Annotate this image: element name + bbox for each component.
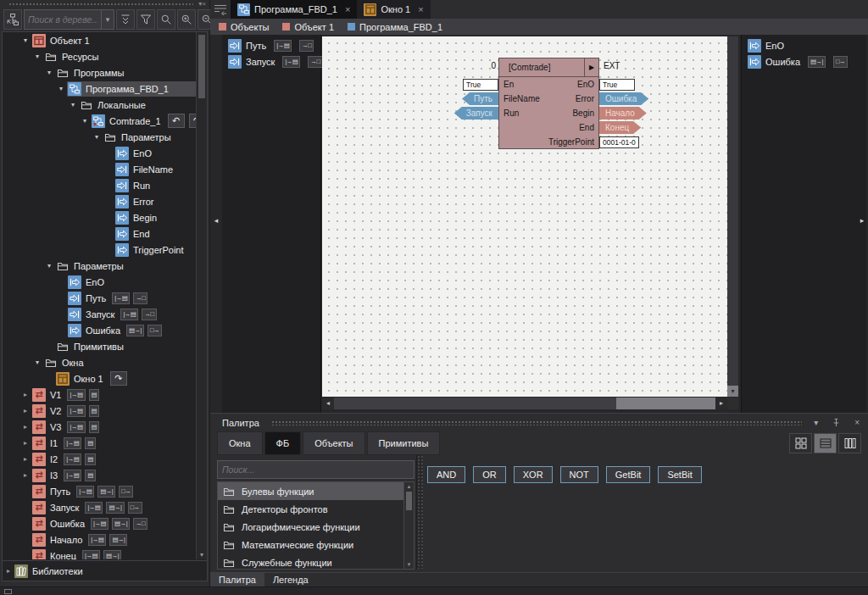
view-table-button[interactable] bbox=[814, 433, 837, 453]
link-tag[interactable]: Начало bbox=[599, 107, 647, 120]
binding-badge[interactable]: ▤→| bbox=[103, 550, 121, 560]
tree-item-content[interactable]: EnO bbox=[67, 275, 107, 290]
palette-close-icon[interactable]: × bbox=[854, 418, 860, 427]
palette-tab-Окна[interactable]: Окна bbox=[217, 431, 263, 455]
undo-button[interactable]: ↶ bbox=[168, 114, 185, 128]
binding-badge[interactable]: |→▤ bbox=[88, 534, 106, 546]
palette-tab-Примитивы[interactable]: Примитивы bbox=[367, 431, 441, 455]
binding-badge[interactable]: |→▤ bbox=[120, 309, 138, 320]
tree-item-content[interactable]: Примитивы bbox=[55, 339, 126, 354]
tree-item[interactable]: Run bbox=[3, 177, 196, 193]
tree-item[interactable]: ⇄Ошибка|→▤▤→|→□ bbox=[3, 515, 196, 531]
dock-item[interactable]: Ошибка▤→|□→ bbox=[742, 53, 866, 70]
tree-item-content[interactable]: ⇄I2 bbox=[31, 452, 60, 467]
scroll-right-icon[interactable]: ▸ bbox=[715, 398, 727, 409]
tree-item[interactable]: ▸⇄I3|→▤▤ bbox=[3, 467, 196, 483]
binding-badge[interactable]: |→▤ bbox=[67, 389, 85, 401]
tab-Окно 1[interactable]: Окно 1× bbox=[357, 0, 430, 19]
binding-badge[interactable]: ▤→| bbox=[808, 56, 826, 68]
tree-item[interactable]: ⇄Запуск|→▤▤→|□→ bbox=[3, 499, 196, 515]
palette-tab-Объекты[interactable]: Объекты bbox=[303, 431, 364, 455]
canvas-vertical-scrollbar[interactable]: ▾ bbox=[727, 36, 738, 397]
tree-item-content[interactable]: ⇄V2 bbox=[31, 403, 64, 419]
binding-badge[interactable]: ▤ bbox=[89, 421, 100, 433]
link-tag[interactable]: Конец bbox=[599, 121, 641, 134]
binding-badge[interactable]: □→ bbox=[128, 502, 142, 514]
expander-icon[interactable]: ▾ bbox=[91, 133, 103, 141]
tree-item-content[interactable]: ⇄I3 bbox=[31, 468, 60, 483]
tree-item[interactable]: ▾Программа_FBD_1 bbox=[3, 81, 196, 97]
view-columns-button[interactable] bbox=[838, 433, 861, 453]
binding-badge[interactable]: →□ bbox=[133, 292, 147, 304]
binding-badge[interactable]: →□ bbox=[133, 518, 147, 530]
palette-category[interactable]: Служебные функции bbox=[218, 553, 414, 570]
binding-badge[interactable]: |→▤ bbox=[82, 550, 100, 560]
expander-icon[interactable]: ▸ bbox=[19, 391, 31, 398]
binding-badge[interactable]: ▤→| bbox=[112, 518, 130, 530]
palette-titlebar[interactable]: Палитра ▾ × bbox=[210, 414, 868, 431]
expander-icon[interactable]: ▾ bbox=[31, 359, 43, 366]
binding-badge[interactable]: |→▤ bbox=[64, 437, 81, 449]
statusbar-tab-Палитра[interactable]: Палитра bbox=[210, 573, 264, 587]
collapse-all-button[interactable] bbox=[116, 9, 135, 30]
tree-item[interactable]: ▾Объект 1 bbox=[3, 32, 196, 48]
tree-item-content[interactable]: Программы bbox=[55, 65, 126, 81]
tree-item[interactable]: ⇄Путь|→▤▤→|□→ bbox=[3, 483, 196, 499]
fb-block-XOR[interactable]: XOR bbox=[514, 466, 553, 483]
close-tab-icon[interactable]: × bbox=[418, 4, 423, 14]
binding-badge[interactable]: |→▤ bbox=[76, 486, 94, 498]
palette-category[interactable]: Булевы функции bbox=[218, 482, 414, 500]
dock-item[interactable]: EnO bbox=[742, 37, 866, 53]
fbd-block-comtrade[interactable]: [Comtrade] ▶ EnEnOFileNameErrorRunBeginE… bbox=[498, 58, 599, 149]
fb-block-NOT[interactable]: NOT bbox=[560, 466, 598, 483]
link-tag[interactable]: Путь bbox=[462, 92, 498, 105]
block-run-button[interactable]: ▶ bbox=[584, 58, 599, 77]
palette-scrollbar-thumb[interactable] bbox=[406, 492, 412, 510]
tree-item[interactable]: Begin bbox=[3, 209, 196, 225]
binding-badge[interactable]: |→▤ bbox=[91, 518, 108, 530]
tree-item[interactable]: Error bbox=[3, 193, 196, 209]
binding-badge[interactable]: ▤ bbox=[89, 389, 100, 401]
expander-icon[interactable]: ▸ bbox=[19, 455, 31, 463]
tree-search-input[interactable] bbox=[25, 10, 101, 29]
tree-item-content[interactable]: Объект 1 bbox=[31, 33, 92, 48]
fbd-canvas[interactable]: 0 [Comtrade] ▶ EnEnOFileNameErrorRunBegi… bbox=[322, 36, 727, 397]
binding-badge[interactable]: □→ bbox=[833, 56, 848, 68]
tree-item-libraries[interactable]: ▸ Библиотеки bbox=[3, 560, 207, 581]
tree-item[interactable]: EnO bbox=[3, 145, 196, 161]
expander-icon[interactable]: ▸ bbox=[3, 567, 14, 575]
palette-splitter[interactable] bbox=[416, 455, 423, 569]
palette-list-scrollbar[interactable]: ▴ ▾ bbox=[403, 482, 414, 569]
tree-item[interactable]: ▸⇄V2|→▤▤ bbox=[3, 403, 196, 419]
fb-block-GetBit[interactable]: GetBit bbox=[606, 466, 651, 483]
expander-icon[interactable]: ▸ bbox=[19, 423, 31, 431]
tree-item-content[interactable]: Окно 1 bbox=[55, 371, 106, 386]
binding-badge[interactable]: |→▤ bbox=[67, 405, 85, 417]
tree-item[interactable]: Путь|→▤→□ bbox=[3, 290, 196, 306]
tree-item[interactable]: Запуск|→▤→□ bbox=[3, 306, 196, 322]
scroll-up-icon[interactable]: ▴ bbox=[404, 483, 414, 490]
scroll-down-icon[interactable]: ▾ bbox=[197, 551, 207, 559]
expander-icon[interactable]: ▾ bbox=[19, 36, 31, 44]
fb-block-AND[interactable]: AND bbox=[427, 466, 465, 483]
tree-item-content[interactable]: ⇄Конец bbox=[31, 548, 79, 560]
binding-badge[interactable]: |→▤ bbox=[64, 453, 81, 465]
binding-badge[interactable]: |→▤ bbox=[112, 292, 130, 304]
tree-item-content[interactable]: ⇄Запуск bbox=[31, 500, 81, 515]
tree-item-content[interactable]: Ресурсы bbox=[43, 49, 101, 64]
tree-item[interactable]: FileName bbox=[3, 161, 196, 177]
tree-item[interactable]: ▸⇄I1|→▤▤ bbox=[3, 435, 196, 451]
fb-block-OR[interactable]: OR bbox=[473, 466, 506, 483]
tree-item[interactable]: Ошибка▤→|□→ bbox=[3, 322, 196, 338]
tree-item-content[interactable]: Путь bbox=[67, 291, 108, 306]
binding-badge[interactable]: □→ bbox=[119, 486, 133, 498]
tree-item[interactable]: Примитивы bbox=[3, 338, 196, 354]
document-list-icon[interactable] bbox=[210, 0, 231, 19]
tree-item-content[interactable]: Run bbox=[114, 178, 153, 193]
search-options-dropdown-icon[interactable]: ▾ bbox=[101, 10, 114, 29]
tree-item[interactable]: ▾Ресурсы bbox=[3, 48, 196, 64]
value-box[interactable]: 0001-01-0 bbox=[599, 136, 639, 148]
dock-item[interactable]: Запуск|→▤→□ bbox=[222, 53, 320, 70]
dock-item[interactable]: Путь|→▤→□ bbox=[222, 37, 320, 53]
panel-close-icon[interactable]: × bbox=[202, 1, 206, 8]
